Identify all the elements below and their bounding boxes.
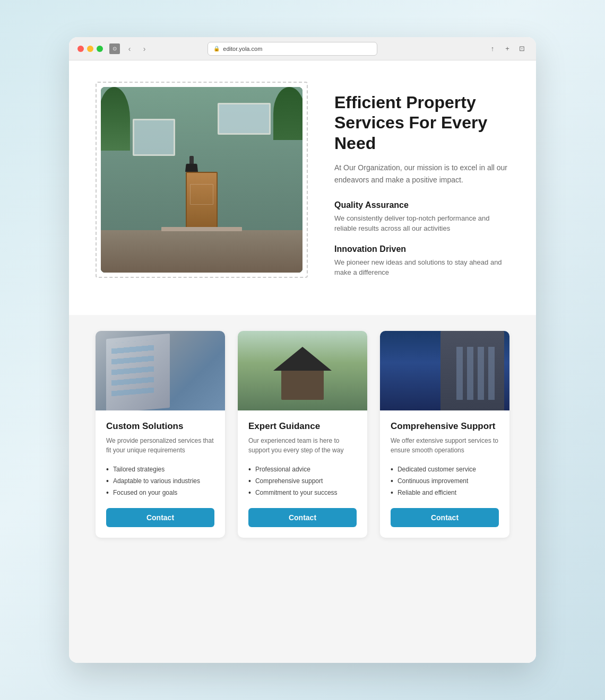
card-list-1: Tailored strategies Adaptable to various…	[106, 463, 214, 498]
hero-text: Efficient Property Services For Every Ne…	[334, 82, 509, 288]
browser-controls: ⊙ ‹ ›	[109, 43, 150, 54]
list-item: Continuous improvement	[391, 475, 499, 487]
list-item: Dedicated customer service	[391, 463, 499, 475]
window-upper-left	[133, 119, 175, 156]
card-comprehensive-support: Comprehensive Support We offer extensive…	[380, 331, 509, 538]
card-title-2: Expert Guidance	[248, 421, 357, 432]
hero-section: Efficient Property Services For Every Ne…	[69, 60, 536, 315]
feature-innovation-title: Innovation Driven	[334, 244, 509, 254]
card-title-1: Custom Solutions	[106, 421, 214, 432]
card-body-2: Expert Guidance Our experienced team is …	[238, 410, 367, 538]
building-facade-image	[101, 87, 302, 273]
list-item: Professional advice	[248, 463, 357, 475]
list-item: Commitment to your success	[248, 487, 357, 498]
list-item: Comprehensive support	[248, 475, 357, 487]
card-body-3: Comprehensive Support We offer extensive…	[380, 410, 509, 538]
feature-quality-assurance: Quality Assurance We consistently delive…	[334, 200, 509, 234]
browser-chrome: ⊙ ‹ › 🔒 editor.yola.com ↑ + ⊡	[69, 37, 536, 60]
reading-list-button[interactable]: ⊡	[517, 43, 528, 54]
list-item: Focused on your goals	[106, 487, 214, 498]
feature-quality-desc: We consistently deliver top-notch perfor…	[334, 213, 509, 234]
list-item: Adaptable to various industries	[106, 475, 214, 487]
url-text: editor.yola.com	[223, 46, 262, 52]
card-list-2: Professional advice Comprehensive suppor…	[248, 463, 357, 498]
tab-icon: ⊙	[109, 43, 120, 54]
list-item: Tailored strategies	[106, 463, 214, 475]
feature-innovation-driven: Innovation Driven We pioneer new ideas a…	[334, 244, 509, 278]
card-img-building-2	[238, 331, 367, 410]
card-list-3: Dedicated customer service Continuous im…	[391, 463, 499, 498]
browser-actions: ↑ + ⊡	[487, 43, 528, 54]
feature-quality-title: Quality Assurance	[334, 200, 509, 210]
card-image-2	[238, 331, 367, 410]
card-img-building-1	[96, 331, 225, 410]
facade-door	[186, 172, 218, 230]
minimize-button[interactable]	[87, 46, 93, 52]
contact-button-1[interactable]: Contact	[106, 508, 214, 527]
card-desc-2: Our experienced team is here to support …	[248, 436, 357, 455]
card-expert-guidance: Expert Guidance Our experienced team is …	[238, 331, 367, 538]
card-image-1	[96, 331, 225, 410]
feature-innovation-desc: We pioneer new ideas and solutions to st…	[334, 257, 509, 278]
traffic-lights	[77, 46, 103, 52]
facade-steps	[161, 227, 242, 231]
tree-right	[273, 87, 302, 140]
cards-grid: Custom Solutions We provide personalized…	[96, 331, 509, 538]
list-item: Reliable and efficient	[391, 487, 499, 498]
back-button[interactable]: ‹	[124, 43, 135, 54]
forward-button[interactable]: ›	[139, 43, 150, 54]
card-title-3: Comprehensive Support	[391, 421, 499, 432]
share-button[interactable]: ↑	[487, 43, 498, 54]
window-upper-right	[218, 103, 271, 135]
maximize-button[interactable]	[97, 46, 103, 52]
hero-image-wrapper	[96, 82, 308, 278]
address-bar[interactable]: 🔒 editor.yola.com	[208, 42, 377, 56]
contact-button-2[interactable]: Contact	[248, 508, 357, 527]
tree-left	[101, 87, 130, 151]
close-button[interactable]	[77, 46, 84, 52]
card-img-building-3	[380, 331, 509, 410]
hero-title: Efficient Property Services For Every Ne…	[334, 92, 509, 153]
dashed-border-container	[96, 82, 308, 278]
facade-lamp	[189, 156, 194, 172]
browser-window: ⊙ ‹ › 🔒 editor.yola.com ↑ + ⊡	[69, 37, 536, 663]
lock-icon: 🔒	[213, 46, 220, 51]
page-content: Efficient Property Services For Every Ne…	[69, 60, 536, 663]
card-custom-solutions: Custom Solutions We provide personalized…	[96, 331, 225, 538]
new-tab-button[interactable]: +	[502, 43, 513, 54]
facade-ground	[101, 230, 302, 273]
card-desc-3: We offer extensive support services to e…	[391, 436, 499, 455]
contact-button-3[interactable]: Contact	[391, 508, 499, 527]
cards-section: Custom Solutions We provide personalized…	[69, 315, 536, 564]
hero-subtitle: At Our Organization, our mission is to e…	[334, 162, 509, 186]
hero-image	[101, 87, 302, 273]
card-body-1: Custom Solutions We provide personalized…	[96, 410, 225, 538]
card-image-3	[380, 331, 509, 410]
card-desc-1: We provide personalized services that fi…	[106, 436, 214, 455]
